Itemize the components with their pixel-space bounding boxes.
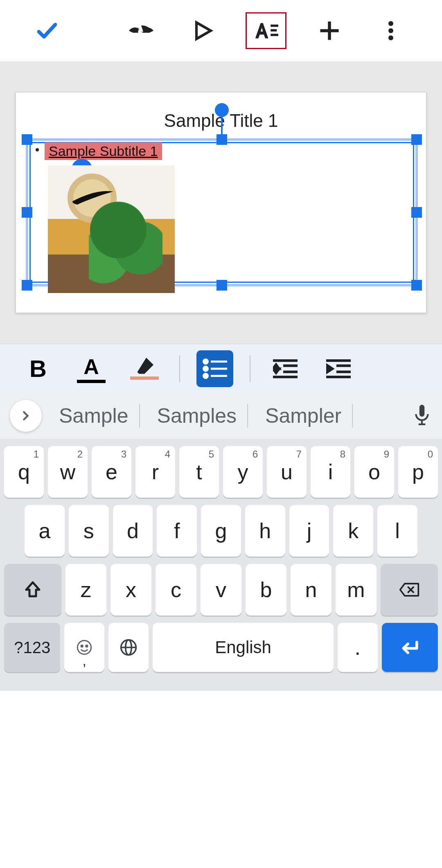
- text-format-button[interactable]: [246, 12, 286, 49]
- text-color-swatch: [77, 380, 106, 383]
- key-p[interactable]: p0: [398, 446, 438, 498]
- resize-handle-bottom-right[interactable]: [411, 280, 422, 291]
- spacebar-key[interactable]: English: [153, 623, 333, 672]
- svg-marker-17: [273, 369, 279, 373]
- swoosh-icon: [72, 189, 113, 205]
- confirm-button[interactable]: [29, 12, 65, 49]
- key-d[interactable]: d: [113, 505, 153, 557]
- language-key[interactable]: [108, 623, 149, 672]
- key-s[interactable]: s: [69, 505, 109, 557]
- suggestion-3[interactable]: Sampler: [255, 404, 353, 428]
- svg-rect-2: [271, 29, 277, 32]
- suggestion-2[interactable]: Samples: [147, 404, 248, 428]
- highlight-button[interactable]: [126, 350, 163, 387]
- key-x[interactable]: x: [110, 564, 151, 615]
- separator: [250, 355, 250, 382]
- key-n[interactable]: n: [291, 564, 332, 615]
- key-b[interactable]: b: [246, 564, 286, 615]
- key-z[interactable]: z: [65, 564, 106, 615]
- key-r[interactable]: r4: [135, 446, 175, 498]
- svg-rect-3: [271, 34, 278, 36]
- add-button[interactable]: [311, 12, 348, 49]
- svg-point-31: [78, 640, 91, 654]
- rotate-connector: [221, 117, 223, 137]
- key-l[interactable]: l: [377, 505, 417, 557]
- on-screen-keyboard: q1w2e3r4t5y6u7i8o9p0 asdfghjkl zxcvbnm ?…: [0, 439, 442, 691]
- resize-handle-top-right[interactable]: [411, 134, 422, 145]
- key-c[interactable]: c: [156, 564, 196, 615]
- play-button[interactable]: [184, 12, 221, 49]
- resize-handle-bottom-left[interactable]: [22, 280, 32, 291]
- resize-handle-mid-bottom[interactable]: [216, 280, 227, 291]
- suggestion-1[interactable]: Sample: [48, 404, 140, 428]
- resize-handle-mid-right[interactable]: [411, 207, 422, 218]
- key-e[interactable]: e3: [92, 446, 131, 498]
- expand-toolbar-button[interactable]: [10, 400, 42, 432]
- key-v[interactable]: v: [201, 564, 241, 615]
- svg-point-6: [388, 21, 393, 26]
- comma-sublabel: ,: [83, 653, 86, 669]
- svg-rect-26: [419, 405, 424, 417]
- key-f[interactable]: f: [157, 505, 197, 557]
- emoji-key[interactable]: ,: [64, 623, 104, 672]
- highlight-swatch: [130, 377, 159, 380]
- svg-point-33: [86, 645, 88, 647]
- svg-marker-0: [196, 23, 211, 39]
- key-t[interactable]: t5: [179, 446, 219, 498]
- shift-key[interactable]: [4, 564, 61, 615]
- key-w[interactable]: w2: [48, 446, 88, 498]
- key-o[interactable]: o9: [354, 446, 394, 498]
- enter-key[interactable]: [382, 623, 438, 672]
- key-a[interactable]: a: [25, 505, 65, 557]
- subtitle-textbox-selection[interactable]: Sample Subtitle 1: [26, 138, 418, 286]
- top-toolbar: [0, 0, 442, 61]
- resize-handle-mid-left[interactable]: [22, 207, 32, 218]
- backspace-key[interactable]: [381, 564, 438, 615]
- bold-button[interactable]: B: [20, 350, 56, 387]
- svg-point-8: [388, 36, 393, 41]
- slide-image[interactable]: [48, 165, 175, 293]
- rotate-handle[interactable]: [215, 103, 229, 117]
- increase-indent-button[interactable]: [320, 350, 357, 387]
- bulleted-list-button[interactable]: [196, 350, 233, 387]
- keyboard-suggestion-row: Sample Samples Sampler: [0, 393, 442, 439]
- svg-point-11: [204, 367, 208, 371]
- more-button[interactable]: [372, 12, 409, 49]
- symbols-key[interactable]: ?123: [4, 623, 60, 672]
- svg-marker-22: [326, 365, 332, 373]
- format-toolbar: B A: [0, 344, 442, 393]
- key-h[interactable]: h: [245, 505, 285, 557]
- svg-point-7: [388, 28, 393, 33]
- decrease-indent-button[interactable]: [267, 350, 304, 387]
- key-g[interactable]: g: [201, 505, 241, 557]
- text-color-button[interactable]: A: [73, 350, 110, 387]
- voice-input-button[interactable]: [412, 404, 432, 428]
- svg-point-9: [204, 359, 208, 363]
- key-q[interactable]: q1: [4, 446, 44, 498]
- bullet-icon: [36, 148, 39, 151]
- separator: [179, 355, 180, 382]
- key-k[interactable]: k: [333, 505, 373, 557]
- svg-point-13: [204, 374, 208, 378]
- period-key[interactable]: .: [338, 623, 378, 672]
- key-m[interactable]: m: [336, 564, 377, 615]
- svg-rect-1: [271, 25, 278, 27]
- undo-redo-button[interactable]: [123, 12, 160, 49]
- slide[interactable]: Sample Title 1 Sample Subtitle 1: [16, 92, 426, 313]
- resize-handle-mid-top[interactable]: [216, 134, 227, 145]
- key-y[interactable]: y6: [223, 446, 263, 498]
- key-j[interactable]: j: [289, 505, 329, 557]
- key-u[interactable]: u7: [267, 446, 307, 498]
- key-i[interactable]: i8: [311, 446, 350, 498]
- svg-point-32: [81, 645, 83, 647]
- resize-handle-top-left[interactable]: [22, 134, 32, 145]
- slide-canvas[interactable]: Sample Title 1 Sample Subtitle 1: [0, 61, 442, 344]
- slide-subtitle[interactable]: Sample Subtitle 1: [45, 142, 162, 160]
